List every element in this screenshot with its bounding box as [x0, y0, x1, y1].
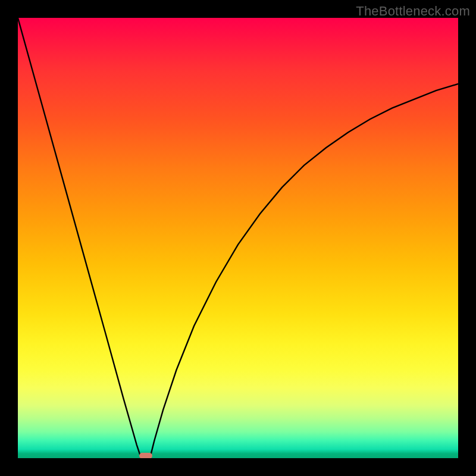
chart-frame: TheBottleneck.com	[0, 0, 476, 476]
plot-area	[18, 18, 458, 458]
watermark-text: TheBottleneck.com	[356, 4, 470, 19]
curve-right-branch	[150, 84, 458, 458]
optimum-marker	[139, 453, 152, 458]
bottleneck-curve	[18, 18, 458, 458]
curve-left-branch	[18, 18, 141, 458]
